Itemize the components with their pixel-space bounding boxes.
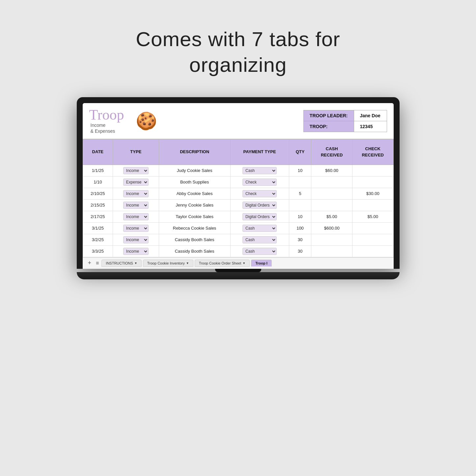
tab-troop-i[interactable]: Troop I [251,260,272,266]
type-select[interactable]: IncomeExpense [123,213,149,220]
col-cash-received: CASHRECEIVED [311,139,352,165]
cell-type[interactable]: IncomeExpense [113,199,159,211]
cell-payment[interactable]: CashCheckDigital Orders [230,199,289,211]
tab-instructions-arrow: ▼ [134,262,137,265]
troop-title: Troop Income & Expenses [89,108,124,134]
tab-menu-icon[interactable]: ≡ [95,260,100,266]
troop-sub-text: Income & Expenses [91,122,124,134]
tab-cookie-inventory-label: Troop Cookie Inventory [147,261,185,265]
cell-cash-received [311,176,352,188]
cell-payment[interactable]: CashCheckDigital Orders [230,188,289,199]
cell-description: Rebecca Cookie Sales [159,222,230,234]
cell-qty: 100 [289,222,311,234]
cell-check-received [352,234,393,245]
cell-check-received [352,165,393,176]
payment-select[interactable]: CashCheckDigital Orders [242,202,277,209]
cell-date: 3/2/25 [83,234,113,245]
tab-cookie-order-sheet-label: Troop Cookie Order Sheet [199,261,241,265]
payment-select[interactable]: CashCheckDigital Orders [242,167,277,174]
headline-line2: organizing [136,52,340,78]
troop-leader-value: Jane Doe [354,110,387,121]
type-select[interactable]: IncomeExpense [123,179,149,186]
cell-type[interactable]: IncomeExpense [113,188,159,199]
tab-cookie-order-sheet-arrow: ▼ [242,262,245,265]
cell-cash-received [311,188,352,199]
table-row: 2/17/25IncomeExpenseTaylor Cookie SalesC… [83,211,393,222]
cell-type[interactable]: IncomeExpense [113,234,159,245]
table-row: 2/10/25IncomeExpenseAbby Cookie SalesCas… [83,188,393,199]
sheet-header: Troop Income & Expenses 🍪 TROOP LEADER: … [83,103,394,139]
cell-date: 3/1/25 [83,222,113,234]
cell-date: 2/15/25 [83,199,113,211]
laptop-notch [215,269,261,272]
cell-description: Abby Cookie Sales [159,188,230,199]
cell-check-received [352,199,393,211]
payment-select[interactable]: CashCheckDigital Orders [242,225,277,232]
cookie-emoji: 🍪 [136,111,157,131]
cell-check-received [352,245,393,257]
cell-date: 1/1/25 [83,165,113,176]
laptop-outer: Troop Income & Expenses 🍪 TROOP LEADER: … [77,97,400,269]
cell-qty: 5 [289,188,311,199]
payment-select[interactable]: CashCheckDigital Orders [242,213,277,220]
col-payment-type: PAYMENT TYPE [230,139,289,165]
tab-bar: + ≡ INSTRUCTIONS ▼ Troop Cookie Inventor… [83,257,394,269]
laptop-base [77,272,400,279]
type-select[interactable]: IncomeExpense [123,225,149,232]
table-row: 1/1/25IncomeExpenseJudy Cookie SalesCash… [83,165,393,176]
cell-payment[interactable]: CashCheckDigital Orders [230,211,289,222]
cell-qty: 10 [289,211,311,222]
col-type: TYPE [113,139,159,165]
add-tab-button[interactable]: + [86,260,94,266]
cell-description: Jenny Cookie Sales [159,199,230,211]
col-description: DESCRIPTION [159,139,230,165]
tab-instructions-label: INSTRUCTIONS [106,261,133,265]
tab-cookie-inventory[interactable]: Troop Cookie Inventory ▼ [143,260,193,267]
cell-type[interactable]: IncomeExpense [113,176,159,188]
col-date: DATE [83,139,113,165]
cell-description: Booth Supplies [159,176,230,188]
cell-type[interactable]: IncomeExpense [113,245,159,257]
cell-description: Judy Cookie Sales [159,165,230,176]
cell-type[interactable]: IncomeExpense [113,165,159,176]
troop-leader-label: TROOP LEADER: [303,110,354,121]
laptop-mockup: Troop Income & Expenses 🍪 TROOP LEADER: … [77,97,400,279]
laptop-screen: Troop Income & Expenses 🍪 TROOP LEADER: … [83,103,394,269]
cell-cash-received: $5.00 [311,211,352,222]
type-select[interactable]: IncomeExpense [123,248,149,255]
table-row: 3/1/25IncomeExpenseRebecca Cookie SalesC… [83,222,393,234]
cell-description: Cassidy Booth Sales [159,245,230,257]
cell-description: Taylor Cookie Sales [159,211,230,222]
headline: Comes with 7 tabs for organizing [136,26,340,77]
payment-select[interactable]: CashCheckDigital Orders [242,248,277,255]
type-select[interactable]: IncomeExpense [123,236,149,243]
type-select[interactable]: IncomeExpense [123,167,149,174]
table-row: 2/15/25IncomeExpenseJenny Cookie SalesCa… [83,199,393,211]
cell-payment[interactable]: CashCheckDigital Orders [230,245,289,257]
cell-payment[interactable]: CashCheckDigital Orders [230,222,289,234]
tab-cookie-order-sheet[interactable]: Troop Cookie Order Sheet ▼ [195,260,250,267]
cell-type[interactable]: IncomeExpense [113,222,159,234]
cell-payment[interactable]: CashCheckDigital Orders [230,176,289,188]
cell-date: 1/10 [83,176,113,188]
type-select[interactable]: IncomeExpense [123,202,149,209]
cell-cash-received [311,234,352,245]
cell-qty: 30 [289,245,311,257]
cell-type[interactable]: IncomeExpense [113,211,159,222]
payment-select[interactable]: CashCheckDigital Orders [242,190,277,197]
cell-cash-received: $60.00 [311,165,352,176]
payment-select[interactable]: CashCheckDigital Orders [242,179,277,186]
cell-qty: 10 [289,165,311,176]
cell-check-received [352,222,393,234]
payment-select[interactable]: CashCheckDigital Orders [242,236,277,243]
col-qty: QTY [289,139,311,165]
cell-payment[interactable]: CashCheckDigital Orders [230,234,289,245]
cell-check-received [352,176,393,188]
type-select[interactable]: IncomeExpense [123,190,149,197]
table-row: 3/2/25IncomeExpenseCassidy Booth SalesCa… [83,234,393,245]
cell-date: 2/10/25 [83,188,113,199]
cell-payment[interactable]: CashCheckDigital Orders [230,165,289,176]
troop-info-table: TROOP LEADER: Jane Doe TROOP: 12345 [303,110,387,132]
table-row: 3/3/25IncomeExpenseCassidy Booth SalesCa… [83,245,393,257]
tab-instructions[interactable]: INSTRUCTIONS ▼ [101,260,141,267]
